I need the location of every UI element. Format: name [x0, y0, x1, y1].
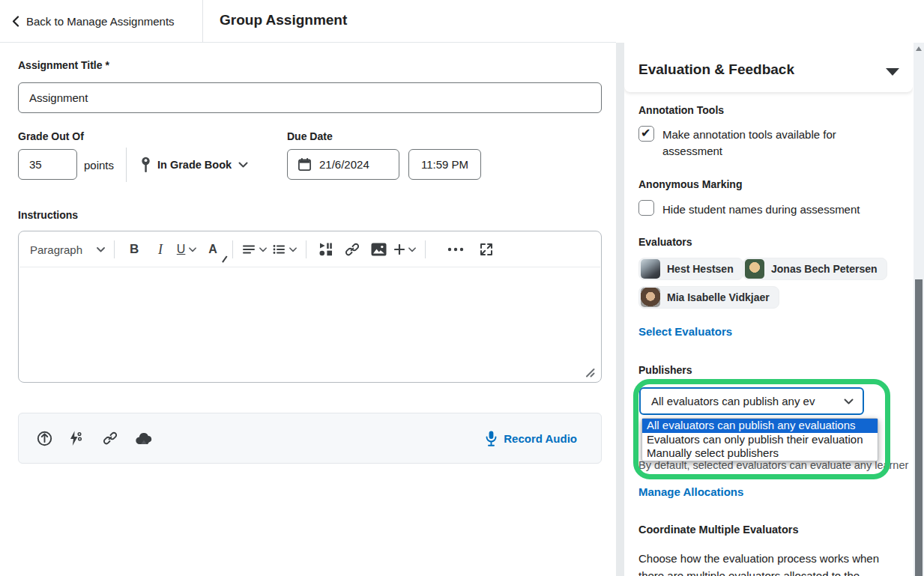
annotation-tools-label[interactable]: Make annotation tools available for asse… — [662, 127, 856, 160]
page-title: Group Assignment — [220, 12, 347, 28]
publishers-selected-value: All evaluators can publish any ev — [651, 395, 844, 407]
back-to-manage-assignments-link[interactable]: Back to Manage Assignments — [12, 0, 175, 43]
toolbar-separator — [425, 240, 426, 258]
evaluator-name: Jonas Bech Petersen — [771, 263, 878, 275]
dropdown-option[interactable]: All evaluators can publish any evaluatio… — [642, 419, 878, 433]
annotation-tools-heading: Annotation Tools — [638, 104, 724, 116]
grade-value-input[interactable] — [18, 149, 77, 180]
toolbar-separator — [232, 240, 233, 258]
header-bottom-border — [0, 42, 616, 43]
chevron-down-icon — [97, 247, 105, 252]
panel-title: Evaluation & Feedback — [638, 61, 794, 78]
attach-link-button[interactable] — [103, 431, 136, 446]
cloud-attachment-button[interactable] — [136, 432, 169, 445]
insert-image-button[interactable] — [368, 237, 389, 262]
dropdown-option[interactable]: Evaluators can only publish their evalua… — [642, 433, 878, 447]
fullscreen-button[interactable] — [476, 237, 497, 262]
microphone-icon — [486, 431, 497, 446]
record-audio-label: Record Audio — [504, 432, 577, 445]
record-audio-button[interactable]: Record Audio — [486, 431, 577, 446]
dropdown-option[interactable]: Manually select publishers — [642, 446, 878, 461]
assignment-title-input[interactable] — [18, 82, 602, 113]
underline-dropdown[interactable]: U — [176, 237, 197, 262]
bold-button[interactable]: B — [124, 237, 145, 262]
evaluators-heading: Evaluators — [638, 236, 692, 248]
collapse-caret-icon[interactable] — [886, 68, 899, 76]
evaluator-name: Hest Hestsen — [667, 263, 734, 275]
attachments-bar: Record Audio — [18, 413, 602, 464]
panel-scrollbar-track[interactable] — [914, 43, 924, 576]
due-date-button[interactable]: 21/6/2024 — [287, 149, 399, 180]
grade-out-of-label: Grade Out Of — [18, 130, 84, 142]
expand-icon — [479, 242, 494, 257]
chevron-down-icon — [289, 247, 297, 252]
align-icon — [242, 243, 256, 256]
avatar — [745, 259, 764, 279]
in-grade-book-button[interactable]: In Grade Book — [141, 149, 248, 180]
publishers-select[interactable]: All evaluators can publish any ev — [639, 387, 864, 415]
in-grade-book-label: In Grade Book — [157, 159, 232, 171]
insert-stuff-button[interactable] — [315, 237, 336, 262]
anonymous-marking-checkbox[interactable] — [638, 200, 654, 216]
instructions-editor[interactable]: Paragraph B I U A — [18, 231, 602, 383]
back-link-label: Back to Manage Assignments — [26, 15, 175, 28]
publishers-dropdown-list: All evaluators can publish any evaluatio… — [641, 418, 878, 461]
calendar-icon — [298, 157, 312, 172]
grade-pin-icon — [141, 157, 151, 173]
panel-header[interactable]: Evaluation & Feedback — [624, 43, 913, 92]
anonymous-marking-heading: Anonymous Marking — [638, 178, 742, 190]
evaluator-chip[interactable]: Mia Isabelle Vidkjaer — [638, 286, 779, 309]
editor-toolbar: Paragraph B I U A — [19, 232, 600, 267]
select-evaluators-link[interactable]: Select Evaluators — [638, 325, 732, 338]
evaluator-chip[interactable]: Jonas Bech Petersen — [743, 258, 887, 280]
due-date-value: 21/6/2024 — [319, 158, 369, 171]
bullet-list-icon — [272, 243, 286, 256]
upload-file-button[interactable] — [37, 431, 70, 446]
evaluation-feedback-panel: Evaluation & Feedback Annotation Tools M… — [624, 43, 913, 576]
evaluator-chip[interactable]: Hest Hestsen — [638, 258, 743, 280]
scrollbar-up-arrow[interactable] — [916, 46, 922, 51]
image-icon — [371, 243, 387, 256]
anonymous-marking-label[interactable]: Hide student names during assessment — [662, 201, 860, 218]
insert-more-dropdown[interactable] — [394, 237, 416, 262]
paragraph-style-label: Paragraph — [30, 243, 82, 256]
chevron-down-icon — [238, 162, 248, 168]
attach-existing-activity-button[interactable] — [70, 431, 103, 446]
panel-scrollbar-thumb[interactable] — [915, 279, 923, 576]
coordinate-evaluators-text: Choose how the evaluation process works … — [638, 551, 902, 576]
color-slash-icon — [222, 255, 228, 263]
chevron-down-icon — [844, 398, 854, 404]
italic-button[interactable]: I — [150, 237, 171, 262]
ellipsis-icon — [447, 247, 464, 252]
coordinate-evaluators-heading: Coordinate Multiple Evaluators — [638, 524, 799, 536]
insert-link-button[interactable] — [342, 237, 363, 262]
panel-gap-divider — [616, 43, 624, 576]
underline-label: U — [177, 243, 186, 256]
due-date-label: Due Date — [287, 130, 333, 142]
lightning-icon — [70, 431, 82, 446]
insert-stuff-icon — [318, 242, 333, 257]
link-icon — [103, 431, 118, 446]
plus-icon — [394, 244, 405, 255]
publishers-heading: Publishers — [638, 364, 692, 376]
list-dropdown[interactable] — [272, 237, 297, 262]
grade-divider — [126, 148, 127, 182]
avatar — [641, 259, 660, 279]
editor-resize-handle[interactable] — [585, 367, 595, 378]
paragraph-style-dropdown[interactable]: Paragraph — [30, 237, 105, 262]
editor-content-area[interactable] — [19, 267, 600, 381]
link-icon — [345, 242, 360, 257]
top-header: Back to Manage Assignments Group Assignm… — [0, 0, 924, 43]
toolbar-separator — [306, 240, 307, 258]
assignment-title-label: Assignment Title * — [18, 59, 109, 71]
annotation-tools-checkbox[interactable] — [638, 126, 654, 142]
alignment-dropdown[interactable] — [242, 237, 267, 262]
manage-allocations-link[interactable]: Manage Allocations — [638, 485, 743, 498]
more-actions-button[interactable] — [445, 237, 466, 262]
chevron-down-icon — [408, 247, 416, 252]
due-time-button[interactable]: 11:59 PM — [408, 149, 481, 180]
points-label: points — [84, 159, 114, 172]
toolbar-separator — [114, 240, 115, 258]
font-color-button[interactable]: A — [202, 237, 223, 262]
instructions-label: Instructions — [18, 209, 78, 221]
